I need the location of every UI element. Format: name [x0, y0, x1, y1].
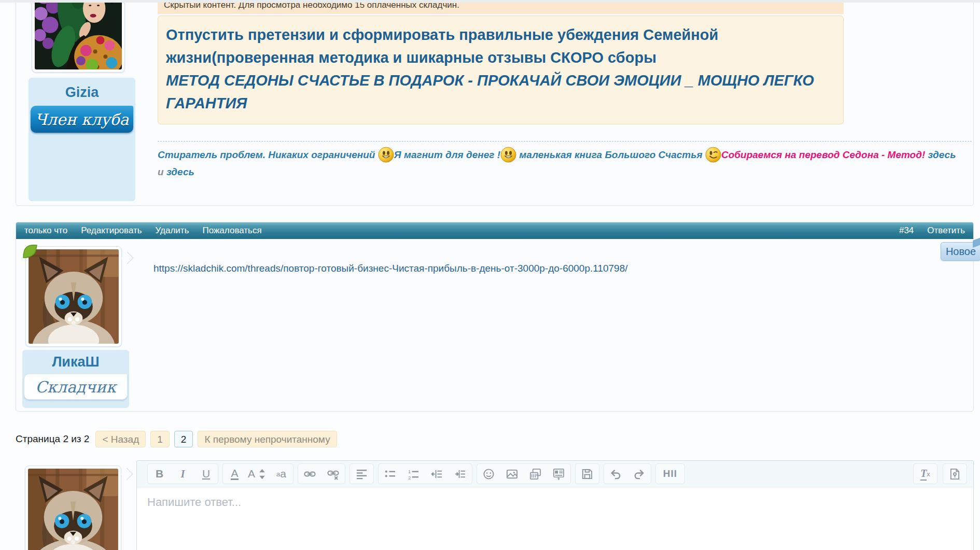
undo-arrow-icon — [610, 468, 622, 480]
font-group: A A aa — [222, 463, 293, 484]
new-badge-text: Новое — [946, 246, 976, 258]
underline-button[interactable]: U — [194, 464, 218, 484]
editor-toolbar: B I U A A aa — [137, 461, 973, 487]
signature-text: Стиратель проблем. Никаких ограничений — [158, 149, 375, 160]
alignment-button[interactable] — [350, 464, 373, 484]
page-counter-label: Страница 2 из 2 — [16, 433, 89, 445]
reply-button[interactable]: Ответить — [927, 225, 965, 236]
page-2-button-current[interactable]: 2 — [174, 431, 193, 447]
list-group: 12 — [378, 463, 472, 484]
link-icon — [304, 468, 316, 480]
hidden-content-box: Отпустить претензии и сформировать прави… — [158, 16, 844, 124]
font-size-button[interactable]: A — [246, 464, 270, 484]
message-thread-link[interactable]: https://skladchik.com/threads/повтор-гот… — [153, 263, 628, 274]
heading-group: HII — [655, 463, 685, 484]
likash-avatar-image — [29, 249, 119, 344]
insert-quote-button[interactable] — [547, 464, 570, 484]
save-draft-button[interactable] — [576, 464, 599, 484]
post-header-bar: только что Редактировать Удалить Пожалов… — [16, 222, 973, 239]
unlink-button[interactable] — [321, 464, 345, 484]
post-timestamp-link[interactable]: только что — [24, 225, 67, 236]
page-1-button[interactable]: 1 — [150, 431, 170, 447]
thread-title-text: Отпустить претензии и сформировать прави… — [166, 23, 824, 69]
insert-media-button[interactable] — [524, 464, 547, 484]
indent-button[interactable] — [449, 464, 472, 484]
reply-text-area[interactable]: Напишите ответ... — [137, 487, 973, 517]
link-group — [298, 463, 345, 484]
user-title-text: Складчик — [35, 378, 116, 396]
align-left-icon — [356, 468, 368, 480]
gizia-avatar-image — [35, 0, 122, 69]
film-icon — [529, 468, 541, 480]
undo-button[interactable] — [604, 464, 627, 484]
user-title-text: Член клуба — [35, 110, 129, 129]
likash-avatar-image — [28, 469, 118, 550]
edit-button[interactable]: Редактировать — [81, 225, 142, 236]
message-pointer — [121, 251, 133, 264]
avatar[interactable] — [32, 0, 125, 73]
history-group — [604, 463, 651, 484]
insert-image-button[interactable] — [500, 464, 524, 484]
heading-button[interactable]: HII — [656, 464, 684, 484]
bold-button[interactable]: B — [148, 464, 171, 484]
numbered-list-icon: 12 — [408, 468, 419, 480]
new-post-badge: Новое — [941, 242, 980, 261]
insert-link-button[interactable] — [298, 464, 321, 484]
unordered-list-button[interactable] — [379, 464, 402, 484]
italic-button[interactable]: I — [171, 464, 194, 484]
remove-format-group: Tx — [913, 463, 937, 484]
image-icon — [506, 468, 518, 480]
signature-link[interactable]: здесь — [928, 149, 956, 160]
forum-post-gizia: Gizia Член клуба Скрытый контент. Для пр… — [16, 0, 974, 206]
current-user-avatar[interactable] — [25, 466, 121, 550]
remove-formatting-button[interactable]: Tx — [914, 464, 937, 484]
insert-group — [477, 463, 571, 484]
signature: Стиратель проблем. Никаких ограничений Я… — [158, 146, 964, 180]
prev-page-button[interactable]: < Назад — [95, 431, 146, 447]
signature-link[interactable]: здесь — [166, 166, 194, 177]
user-title-banner: Член клуба — [31, 106, 133, 133]
text-color-button[interactable]: A — [223, 464, 246, 484]
first-unread-button[interactable]: К первому непрочитанному — [198, 431, 337, 447]
username-link[interactable]: ЛикаШ — [22, 354, 129, 370]
screenshot-top-edge — [0, 0, 980, 3]
floppy-disk-icon — [581, 468, 593, 480]
reply-editor: B I U A A aa — [136, 460, 974, 550]
post-number-link[interactable]: #34 — [899, 225, 914, 236]
forum-post-likash: только что Редактировать Удалить Пожалов… — [16, 222, 974, 412]
font-size-arrows-icon — [256, 468, 268, 480]
user-extra-info: Gizia Член клуба — [29, 78, 135, 201]
svg-text:2: 2 — [408, 474, 411, 480]
signature-divider — [158, 141, 972, 142]
user-title-banner: Складчик — [24, 374, 128, 400]
signature-pink-text: Собираемся на перевод Седона - Метод! — [721, 149, 925, 160]
user-extra-info: ЛикаШ Складчик — [22, 350, 129, 408]
font-family-button[interactable]: aa — [270, 464, 293, 484]
ribbon-fold — [120, 368, 132, 384]
draft-group — [575, 463, 599, 484]
online-leaf-icon — [22, 243, 38, 259]
signature-text: Я магнит для денег ! — [394, 149, 500, 160]
svg-text:1: 1 — [408, 469, 411, 474]
wink-icon — [705, 147, 721, 163]
format-group: B I U — [147, 463, 218, 484]
outdent-button[interactable] — [425, 464, 449, 484]
toolbar-right-group: Tx — [913, 463, 967, 484]
avatar[interactable] — [25, 246, 122, 347]
delete-button[interactable]: Удалить — [156, 225, 189, 236]
text-block-icon — [553, 468, 565, 480]
ordered-list-button[interactable]: 12 — [402, 464, 425, 484]
reply-placeholder: Напишите ответ... — [147, 496, 963, 509]
thread-title-italic-text: МЕТОД СЕДОНЫ СЧАСТЬЕ В ПОДАРОК - ПРОКАЧА… — [166, 69, 824, 115]
outdent-icon — [431, 468, 443, 480]
smiley-icon — [483, 468, 495, 480]
editor-pointer — [120, 468, 133, 480]
username-link[interactable]: Gizia — [29, 84, 135, 101]
bullet-list-icon — [384, 468, 396, 480]
unlink-icon — [327, 468, 339, 480]
smilies-button[interactable] — [477, 464, 500, 484]
report-button[interactable]: Пожаловаться — [203, 225, 262, 236]
align-group — [349, 463, 374, 484]
bbcode-editor-button[interactable] — [943, 464, 967, 484]
redo-button[interactable] — [627, 464, 651, 484]
